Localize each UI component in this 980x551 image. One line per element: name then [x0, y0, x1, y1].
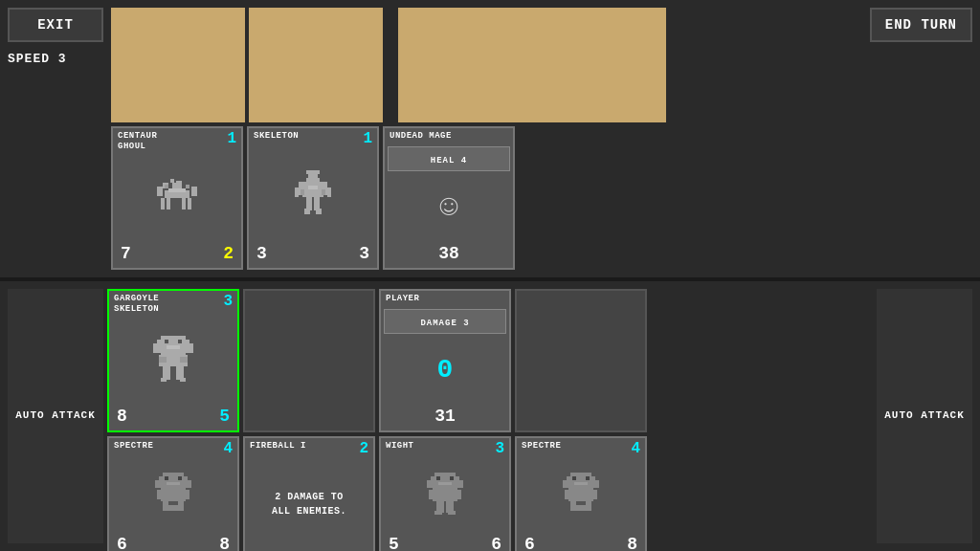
svg-rect-21 [295, 187, 299, 197]
stat-left-wight: 5 [389, 535, 399, 551]
svg-rect-62 [427, 480, 431, 488]
svg-rect-40 [165, 340, 168, 343]
card-cost-spectre1: 4 [217, 441, 233, 456]
stat-right-gargoyle: 5 [219, 407, 230, 426]
top-area: EXIT SPEED 3 CENTAUR GHOUL 1 [0, 0, 980, 277]
svg-rect-15 [306, 170, 320, 182]
svg-rect-2 [170, 179, 174, 183]
card-skeleton-top[interactable]: SKELETON 1 [247, 126, 379, 270]
svg-rect-70 [448, 511, 456, 515]
svg-rect-39 [180, 378, 186, 382]
stat-right-wight: 6 [491, 535, 501, 551]
empty-slot-1 [243, 289, 375, 432]
stat-left-gargoyle: 8 [117, 407, 127, 426]
svg-rect-9 [157, 187, 163, 196]
svg-rect-26 [316, 209, 322, 214]
card-header-player: PLAYER [381, 291, 509, 306]
card-header-centaur: CENTAUR GHOUL 1 [113, 128, 241, 154]
svg-rect-28 [322, 189, 325, 195]
svg-rect-52 [186, 490, 189, 499]
svg-rect-64 [433, 488, 457, 501]
card-gargoyle-skeleton[interactable]: GARGOYLE SKELETON 3 [107, 289, 239, 432]
svg-rect-11 [172, 183, 182, 188]
card-art-spectre1 [109, 458, 237, 532]
auto-attack-right[interactable]: AUTO ATTACK [877, 289, 972, 543]
svg-rect-81 [593, 490, 597, 499]
card-art-skeleton [249, 148, 377, 241]
sand-block-3 [398, 8, 666, 122]
svg-rect-16 [304, 174, 308, 178]
svg-rect-78 [595, 480, 599, 488]
card-name-skeleton: SKELETON [254, 131, 299, 142]
game-container: EXIT SPEED 3 CENTAUR GHOUL 1 [0, 0, 980, 551]
card-art-centaur [113, 154, 241, 241]
card-fireball[interactable]: FIREBALL I 2 2 DAMAGE TO ALL ENEMIES. [243, 436, 375, 551]
card-player[interactable]: PLAYER DAMAGE 3 0 31 [379, 289, 511, 432]
card-footer-spectre1: 6 8 [109, 532, 237, 551]
fireball-text: 2 DAMAGE TO ALL ENEMIES. [245, 458, 373, 551]
svg-rect-33 [153, 343, 157, 353]
stat-right-spectre2: 8 [627, 535, 637, 551]
svg-rect-60 [431, 476, 434, 488]
svg-rect-61 [456, 476, 459, 488]
card-footer-player: 31 [381, 404, 509, 430]
card-header-spectre1: SPECTRE 4 [109, 438, 237, 458]
svg-rect-56 [165, 476, 168, 480]
card-footer-mage: 38 [385, 241, 513, 268]
card-spectre-1[interactable]: SPECTRE 4 [107, 436, 239, 551]
svg-rect-49 [188, 480, 191, 488]
exit-button[interactable]: EXIT [8, 8, 103, 42]
bottom-top-row: GARGOYLE SKELETON 3 [107, 289, 873, 432]
svg-rect-80 [565, 490, 568, 499]
svg-rect-75 [567, 476, 570, 488]
svg-rect-57 [178, 476, 182, 480]
stat-right-spectre1: 8 [219, 535, 230, 551]
svg-rect-73 [438, 482, 452, 485]
top-cards-row: CENTAUR GHOUL 1 [111, 126, 850, 270]
card-spectre-2[interactable]: SPECTRE 4 [515, 436, 647, 551]
svg-rect-66 [457, 490, 461, 499]
left-panel: EXIT SPEED 3 [8, 8, 103, 70]
svg-rect-83 [576, 505, 586, 511]
svg-rect-84 [586, 501, 591, 511]
stat-left-spectre2: 6 [524, 535, 535, 551]
svg-rect-27 [301, 189, 304, 195]
card-header-fireball: FIREBALL I 2 [245, 438, 373, 458]
svg-rect-86 [586, 476, 590, 480]
svg-rect-22 [327, 187, 331, 197]
card-header-skeleton: SKELETON 1 [249, 128, 377, 148]
bottom-area: AUTO ATTACK GARGOYLE SKELETON 3 [0, 281, 980, 551]
svg-rect-85 [572, 476, 576, 480]
card-name-spectre1: SPECTRE [114, 441, 153, 452]
card-footer-wight: 5 6 [381, 532, 509, 551]
svg-rect-48 [155, 480, 159, 488]
card-undead-mage[interactable]: UNDEAD MAGE HEAL 4 ☺ 38 [383, 126, 515, 270]
svg-rect-32 [186, 340, 189, 353]
card-footer-centaur: 7 2 [113, 241, 241, 268]
bottom-main-row: SPECTRE 4 [107, 436, 873, 551]
svg-rect-87 [574, 482, 588, 485]
svg-rect-77 [563, 480, 567, 488]
card-name-wight: WIGHT [386, 441, 414, 452]
sand-block-1 [111, 8, 245, 122]
card-wight[interactable]: WIGHT 3 [379, 436, 511, 551]
card-cost-wight: 3 [489, 441, 504, 456]
svg-rect-5 [161, 198, 165, 209]
svg-rect-6 [167, 198, 170, 209]
card-footer-gargoyle: 8 5 [109, 404, 237, 430]
svg-rect-10 [191, 187, 197, 196]
svg-rect-65 [429, 490, 433, 499]
svg-rect-31 [157, 340, 161, 353]
card-centaur-ghoul[interactable]: CENTAUR GHOUL 1 [111, 126, 243, 270]
empty-slot-2 [515, 289, 647, 432]
svg-rect-42 [167, 345, 180, 349]
card-cost-skeleton: 1 [357, 131, 372, 146]
top-main: CENTAUR GHOUL 1 [111, 8, 850, 270]
auto-attack-left[interactable]: AUTO ATTACK [8, 289, 103, 543]
svg-rect-47 [184, 476, 188, 488]
svg-rect-14 [186, 185, 189, 188]
end-turn-button[interactable]: END TURN [870, 8, 972, 42]
svg-rect-13 [165, 185, 168, 188]
card-header-wight: WIGHT 3 [381, 438, 509, 458]
card-art-wight [381, 458, 509, 532]
